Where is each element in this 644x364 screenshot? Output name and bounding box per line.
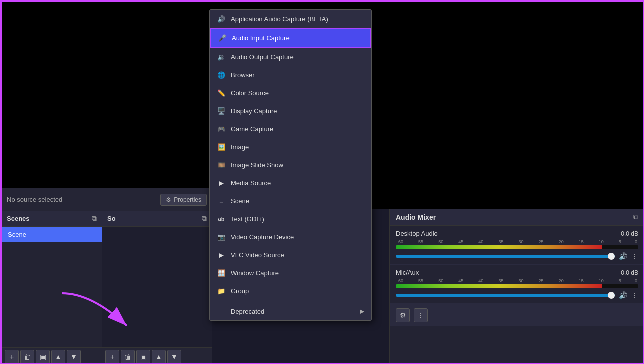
- menu-item-scene[interactable]: ≡ Scene: [210, 192, 371, 210]
- mic-aux-scale: -60-55-50-45-40-35-30-25-20-15-10-50: [396, 278, 638, 284]
- window-capture-icon: 🪟: [217, 268, 226, 278]
- mic-aux-meter: [396, 284, 638, 288]
- up-scene-button[interactable]: ▲: [51, 350, 65, 364]
- scene-item[interactable]: Scene: [2, 227, 102, 242]
- display-capture-icon: 🖥️: [217, 106, 226, 116]
- audio-mixer-expand-button[interactable]: ⧉: [633, 213, 638, 222]
- menu-item-display-capture[interactable]: 🖥️ Display Capture: [210, 102, 371, 120]
- audio-mixer-footer: ⚙ ⋮: [390, 304, 644, 326]
- scenes-panel: Scenes ⧉ Scene + 🗑 ▣ ▲ ▼: [2, 211, 102, 364]
- menu-item-browser[interactable]: 🌐 Browser: [210, 66, 371, 84]
- mic-aux-mute-button[interactable]: 🔊: [619, 292, 627, 300]
- remove-scene-button[interactable]: 🗑: [20, 350, 34, 364]
- image-icon: 🖼️: [217, 142, 226, 152]
- menu-item-audio-output[interactable]: 🔉 Audio Output Capture: [210, 48, 371, 66]
- no-source-label: No source selected: [7, 196, 62, 204]
- sources-toolbar: + 🗑 ▣ ▲ ▼: [102, 348, 212, 364]
- game-capture-icon: 🎮: [217, 124, 226, 134]
- desktop-audio-dots-button[interactable]: ⋮: [631, 252, 638, 260]
- scenes-list: Scene: [2, 227, 102, 348]
- scenes-expand-button[interactable]: ⧉: [92, 214, 97, 223]
- menu-item-game-capture[interactable]: 🎮 Game Capture: [210, 120, 371, 138]
- audio-output-icon: 🔉: [217, 52, 226, 62]
- scenes-toolbar: + 🗑 ▣ ▲ ▼: [2, 348, 102, 364]
- mic-aux-dots-button[interactable]: ⋮: [631, 292, 638, 300]
- audio-mixer-title: Audio Mixer: [396, 214, 436, 222]
- menu-item-image[interactable]: 🖼️ Image: [210, 138, 371, 156]
- menu-item-group[interactable]: 📁 Group: [210, 282, 371, 300]
- audio-mixer-header: Audio Mixer ⧉: [390, 209, 644, 226]
- add-source-dropdown: 🔊 Application Audio Capture (BETA) 🎤 Aud…: [209, 10, 372, 321]
- desktop-audio-meter: [396, 246, 638, 250]
- desktop-audio-controls: 🔊 ⋮: [396, 252, 638, 260]
- deprecated-arrow-icon: ▶: [360, 308, 364, 315]
- app-window: No source selected ⚙ Properties Scenes ⧉…: [1, 1, 644, 364]
- mic-aux-slider[interactable]: [396, 294, 615, 297]
- desktop-audio-channel: Desktop Audio 0.0 dB -60-55-50-45-40-35-…: [390, 226, 644, 265]
- properties-button[interactable]: ⚙ Properties: [160, 194, 207, 206]
- menu-item-text-gdi[interactable]: ab Text (GDI+): [210, 210, 371, 228]
- audio-mixer-panel: Audio Mixer ⧉ Desktop Audio 0.0 dB -60-5…: [389, 209, 644, 364]
- filter-source-button[interactable]: ▣: [136, 350, 150, 364]
- mic-aux-db: 0.0 dB: [621, 270, 638, 276]
- video-capture-icon: 📷: [217, 232, 226, 242]
- audio-dots-button[interactable]: ⋮: [414, 308, 428, 322]
- mic-aux-channel: Mic/Aux 0.0 dB -60-55-50-45-40-35-30-25-…: [390, 265, 644, 304]
- text-gdi-icon: ab: [217, 214, 226, 224]
- sources-expand-button[interactable]: ⧉: [202, 214, 207, 223]
- scenes-title: Scenes: [7, 215, 30, 222]
- up-source-button[interactable]: ▲: [152, 350, 166, 364]
- desktop-audio-db: 0.0 dB: [621, 230, 638, 238]
- group-icon: 📁: [217, 286, 226, 296]
- filter-scene-button[interactable]: ▣: [36, 350, 50, 364]
- menu-item-vlc-video[interactable]: ▶ VLC Video Source: [210, 246, 371, 264]
- browser-icon: 🌐: [217, 70, 226, 80]
- sources-panel: So ⧉ + 🗑 ▣ ▲ ▼: [102, 211, 212, 364]
- scenes-header: Scenes ⧉: [2, 211, 102, 227]
- sources-header: So ⧉: [102, 211, 212, 227]
- mic-aux-controls: 🔊 ⋮: [396, 292, 638, 300]
- media-source-icon: ▶: [217, 178, 226, 188]
- desktop-audio-label: Desktop Audio: [396, 230, 438, 238]
- desktop-audio-scale: -60-55-50-45-40-35-30-25-20-15-10-50: [396, 240, 638, 244]
- vlc-video-icon: ▶: [217, 250, 226, 260]
- remove-source-button[interactable]: 🗑: [121, 350, 135, 364]
- menu-item-color-source[interactable]: ✏️ Color Source: [210, 84, 371, 102]
- audio-input-icon: 🎤: [218, 34, 227, 42]
- down-scene-button[interactable]: ▼: [67, 350, 81, 364]
- left-panel: No source selected ⚙ Properties Scenes ⧉…: [2, 2, 212, 364]
- menu-item-window-capture[interactable]: 🪟 Window Capture: [210, 264, 371, 282]
- menu-separator: [210, 301, 371, 302]
- desktop-audio-mute-button[interactable]: 🔊: [619, 252, 627, 260]
- menu-item-video-capture[interactable]: 📷 Video Capture Device: [210, 228, 371, 246]
- app-audio-icon: 🔊: [217, 14, 226, 24]
- scene-icon: ≡: [217, 196, 226, 206]
- image-slide-show-icon: 🎞️: [217, 160, 226, 170]
- color-source-icon: ✏️: [217, 88, 226, 98]
- down-source-button[interactable]: ▼: [167, 350, 181, 364]
- preview-area-left: [2, 2, 212, 188]
- menu-item-image-slide-show[interactable]: 🎞️ Image Slide Show: [210, 156, 371, 174]
- menu-item-audio-input[interactable]: 🎤 Audio Input Capture: [210, 28, 371, 48]
- desktop-audio-slider[interactable]: [396, 255, 615, 258]
- add-scene-button[interactable]: +: [5, 350, 19, 364]
- menu-item-media-source[interactable]: ▶ Media Source: [210, 174, 371, 192]
- sources-title: So: [107, 215, 116, 222]
- sources-list: [102, 227, 212, 348]
- menu-item-deprecated[interactable]: Deprecated ▶: [210, 302, 371, 320]
- bottom-panels: Scenes ⧉ Scene + 🗑 ▣ ▲ ▼ So ⧉: [2, 211, 212, 364]
- menu-item-app-audio[interactable]: 🔊 Application Audio Capture (BETA): [210, 10, 371, 28]
- source-bar: No source selected ⚙ Properties: [2, 188, 212, 211]
- gear-icon: ⚙: [166, 196, 171, 204]
- add-source-button[interactable]: +: [105, 350, 119, 364]
- audio-settings-button[interactable]: ⚙: [396, 308, 410, 322]
- mic-aux-label: Mic/Aux: [396, 269, 419, 276]
